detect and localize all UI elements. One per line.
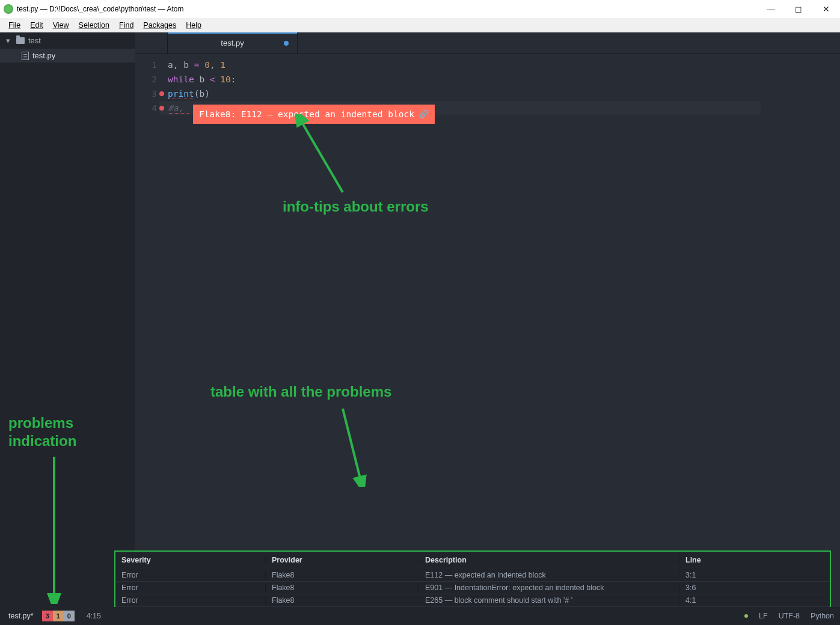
modified-indicator-icon [284,41,289,46]
line-ending[interactable]: LF [759,612,768,620]
menu-help[interactable]: Help [182,20,205,31]
linter-tooltip[interactable]: Flake8: E112 — expected an indented bloc… [193,105,435,124]
tab-label: test.py [221,38,244,47]
problems-header: Severity Provider Description Line [115,552,830,569]
menu-file[interactable]: File [5,20,24,31]
status-bar: test.py* 3 1 0 4:15 LF UTF-8 Python [0,607,840,625]
minimize-button[interactable]: — [757,0,785,18]
language[interactable]: Python [811,612,834,620]
tree-file-label: test.py [32,51,55,60]
link-icon[interactable]: 🔗 [419,107,429,121]
menu-bar: File Edit View Selection Find Packages H… [0,18,840,32]
error-marker-icon [159,106,164,111]
file-icon [22,52,29,60]
error-count-badge: 3 [42,611,53,621]
cursor-position[interactable]: 4:15 [87,612,101,620]
menu-selection[interactable]: Selection [75,20,113,31]
maximize-button[interactable]: ◻ [785,0,812,18]
warning-count-badge: 1 [53,611,64,621]
menu-view[interactable]: View [49,20,73,31]
editor-area: test.py 1 2 3 4 a, b = 0, 1 while b < 10… [135,32,840,607]
tab-testpy[interactable]: test.py [168,32,298,53]
col-severity[interactable]: Severity [115,556,266,564]
window-title: test.py — D:\!Docs\_crea\_code\python\te… [17,5,183,13]
git-status-icon[interactable] [744,614,748,618]
code-area[interactable]: 1 2 3 4 a, b = 0, 1 while b < 10: print(… [135,54,840,115]
menu-edit[interactable]: Edit [26,20,47,31]
tree-file[interactable]: test.py [0,49,135,62]
info-count-badge: 0 [64,611,75,621]
folder-icon [16,37,25,44]
status-file[interactable]: test.py* [0,612,42,620]
col-description[interactable]: Description [419,556,679,564]
menu-packages[interactable]: Packages [139,20,180,31]
problem-row[interactable]: ErrorFlake8E112 — expected an indented b… [115,569,830,581]
atom-app-icon [4,4,13,14]
tree-sidebar: test test.py [0,32,135,607]
tree-root-label: test [28,36,41,45]
code-lines[interactable]: a, b = 0, 1 while b < 10: print(b) #a, F… [168,58,761,115]
tooltip-text: Flake8: E112 — expected an indented bloc… [199,107,414,121]
tab-bar: test.py [135,32,840,54]
menu-find[interactable]: Find [115,20,137,31]
encoding[interactable]: UTF-8 [779,612,800,620]
close-button[interactable]: ✕ [812,0,840,18]
tree-root[interactable]: test [0,32,135,49]
problem-badges[interactable]: 3 1 0 [42,611,75,621]
problem-row[interactable]: ErrorFlake8E901 — IndentationError: expe… [115,581,830,594]
col-line[interactable]: Line [679,556,830,564]
title-bar: test.py — D:\!Docs\_crea\_code\python\te… [0,0,840,18]
error-marker-icon [159,91,164,96]
problem-row[interactable]: ErrorFlake8E265 — block comment should s… [115,594,830,606]
chevron-down-icon [6,36,13,45]
window-controls: — ◻ ✕ [757,0,840,18]
col-provider[interactable]: Provider [266,556,419,564]
